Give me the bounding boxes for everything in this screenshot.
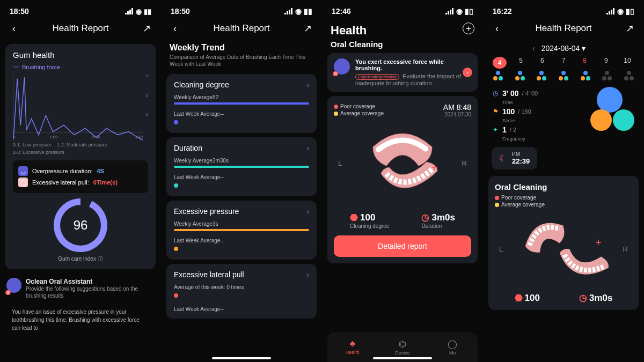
metric-duration[interactable]: Duration› Weekly Average2m30s Last Week … (166, 137, 317, 196)
wifi-icon: ◉ (136, 8, 142, 16)
status-icons: ◉ ▮▮ (125, 8, 151, 16)
metric-cleaning-degree[interactable]: Cleaning degree› Weekly Average82 Last W… (166, 74, 317, 133)
clock-icon: ◷ (421, 212, 429, 223)
clock-icon: ◷ (579, 292, 587, 304)
blob-time-icon (597, 87, 623, 113)
share-button[interactable]: ↗ (625, 23, 635, 34)
back-button[interactable]: ‹ (492, 23, 502, 34)
assistant-avatar-icon (334, 58, 350, 75)
warning-card[interactable]: You exert excessive force while brushing… (327, 53, 478, 92)
assistant-avatar-icon (6, 278, 21, 293)
chevron-right-icon: › (306, 207, 309, 216)
add-button[interactable]: ＋ (463, 23, 474, 34)
day-10[interactable]: 10 (620, 57, 634, 69)
chevron-right-icon: › (306, 270, 309, 279)
card-title: Gum health (13, 50, 148, 60)
oral-cleaning-card: Oral Cleaning Poor coverage Average cove… (488, 176, 639, 310)
gum-health-card: Gum health 〰 Brushing force 3 2 1 0 1:00… (5, 44, 156, 269)
share-button[interactable]: ↗ (142, 23, 152, 34)
side-label-left: L (338, 159, 342, 167)
clover-icon (536, 71, 547, 80)
home-indicator[interactable] (373, 357, 432, 359)
tab-health[interactable]: ♣Health (327, 332, 377, 362)
day-4[interactable]: 4 (493, 57, 507, 69)
stat-duration: ◷3m0s (579, 292, 612, 304)
teeth-diagram[interactable]: L R (495, 209, 632, 289)
page-title: Health Report (214, 23, 270, 34)
clock-icon: ◷ (492, 90, 499, 97)
section-subtitle: Comparison of Average Data of Brushing E… (161, 53, 322, 70)
warning-title: You exert excessive force while brushing… (355, 58, 471, 71)
day-7[interactable]: 7 (557, 57, 570, 69)
dot-icon (174, 247, 178, 251)
progress-bar (174, 166, 309, 168)
row-frequency: ✦1 / 2 (492, 125, 576, 134)
battery-icon: ▮▯ (626, 7, 634, 16)
signal-icon (606, 8, 615, 14)
card-title: Oral Cleaning (495, 182, 632, 191)
gauge-icon: ◡ (18, 166, 28, 176)
back-button[interactable]: ‹ (9, 23, 19, 34)
alert-box: ◡ Overpressure duration: 4S ▢ Excessive … (13, 160, 148, 193)
tab-bar: ♣Health ⌬Device ◯Me (327, 332, 478, 362)
flame-icon: ⬣ (350, 212, 358, 223)
current-date[interactable]: 2024-08-04 ▾ (541, 44, 586, 53)
clover-icon (602, 71, 612, 80)
header: ‹ Health Report ↗ (0, 17, 161, 40)
day-8[interactable]: 8 (578, 57, 592, 69)
day-5[interactable]: 5 (514, 57, 528, 69)
status-bar: 18:50 ◉▮▮ (161, 0, 322, 17)
chevron-left-icon[interactable]: ‹ (532, 44, 535, 53)
day-6[interactable]: 6 (535, 57, 549, 69)
clover-icon (515, 71, 525, 80)
header: ‹ Health Report ↗ (483, 17, 644, 40)
back-button[interactable]: ‹ (170, 23, 180, 34)
day-indicators (483, 69, 644, 80)
detailed-report-button[interactable]: Detailed report (334, 235, 471, 257)
clover-icon (493, 71, 503, 80)
section-title: Weekly Trend (161, 43, 322, 53)
coverage-legend: Poor coverage Average coverage (495, 195, 632, 208)
date-picker[interactable]: ‹ 2024-08-04 ▾ › (483, 40, 644, 57)
brush-icon: ✦ (492, 126, 499, 134)
chevron-right-icon: › (306, 144, 309, 152)
wifi-icon: ◉ (617, 7, 624, 16)
assistant-tip: You have an issue of excessive pressure … (6, 304, 155, 336)
dot-icon (174, 183, 178, 188)
wifi-icon: ◉ (456, 7, 463, 16)
lateral-pull-row: ▢ Excessive lateral pull: 0Time(s) (18, 178, 143, 187)
side-label-right: R (623, 245, 628, 253)
section-title: Oral Cleaning (322, 40, 483, 53)
device-icon: ⌬ (399, 339, 406, 349)
session-pill[interactable]: ☾ PM 22:39 (492, 147, 537, 169)
metric-lateral-pull[interactable]: Excessive lateral pull› Average of this … (166, 264, 317, 319)
share-button[interactable]: ↗ (303, 23, 313, 34)
page-title: Health Report (53, 23, 109, 34)
stat-cleaning-degree: ⬣100 Cleaning degree (350, 212, 389, 229)
blob-score-icon (590, 109, 612, 131)
teeth-diagram[interactable]: L R (334, 117, 471, 209)
wifi-icon: ◉ (295, 7, 302, 16)
progress-bar (174, 102, 309, 105)
metric-excessive-pressure[interactable]: Excessive pressure› Weekly Average3s Las… (166, 201, 317, 260)
score-label: Gum care index ⓘ (58, 255, 103, 263)
signal-icon (284, 8, 293, 14)
clock: 18:50 (10, 7, 29, 16)
header: ‹ Health Report ↗ (161, 17, 322, 40)
stat-duration: ◷3m0s Duration (421, 212, 455, 229)
home-indicator[interactable] (212, 357, 271, 359)
arrow-right-icon: › (463, 68, 472, 77)
oral-cleaning-card: Poor coverage Average coverage AM 8:48 2… (327, 96, 478, 263)
expert-tag: Expert interpretation (355, 74, 399, 80)
dot-icon (495, 196, 499, 200)
moon-icon: ☾ (499, 153, 507, 164)
timestamp: AM 8:48 2024.07.30 (443, 103, 471, 117)
status-bar: 18:50 ◉ ▮▮ (0, 0, 161, 17)
status-bar: 12:46 ◉▮▯ (322, 0, 483, 17)
summary-blobs (582, 87, 635, 135)
dot-icon (174, 120, 178, 124)
day-9[interactable]: 9 (599, 57, 613, 69)
tab-me[interactable]: ◯Me (428, 332, 478, 362)
side-label-right: R (462, 159, 467, 167)
dot-icon (334, 112, 338, 116)
